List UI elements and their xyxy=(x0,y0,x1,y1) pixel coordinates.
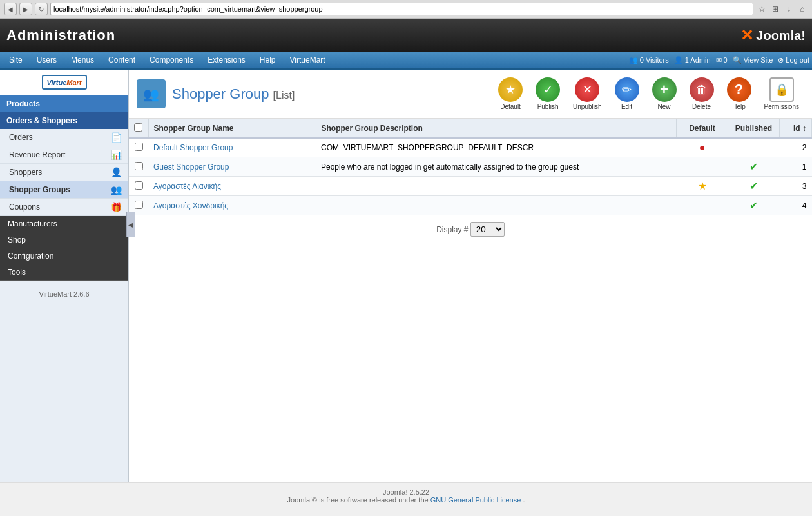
row-4-checkbox[interactable] xyxy=(135,201,143,209)
publish-button[interactable]: ✓ Publish xyxy=(530,75,565,113)
row-4-name-link[interactable]: Αγοραστές Χονδρικής xyxy=(153,201,228,210)
new-icon: + xyxy=(652,77,677,102)
back-button[interactable]: ◀ xyxy=(4,3,17,15)
sidebar-sub-tools[interactable]: Tools xyxy=(0,264,128,281)
new-button[interactable]: + New xyxy=(647,75,682,113)
row-2-checkbox[interactable] xyxy=(135,162,143,170)
license-link[interactable]: GNU General Public License xyxy=(430,496,521,504)
table-row: Αγοραστές Λιανικής ★ ✔ 3 xyxy=(129,177,812,196)
row-3-name-link[interactable]: Αγοραστές Λιανικής xyxy=(153,182,221,191)
sidebar-section-orders[interactable]: Orders & Shoppers xyxy=(0,112,128,129)
nav-extensions[interactable]: Extensions xyxy=(201,52,252,68)
sidebar-item-coupons[interactable]: Coupons 🎁 xyxy=(0,199,128,216)
forward-button[interactable]: ▶ xyxy=(19,3,32,15)
row-1-checkbox[interactable] xyxy=(135,143,143,151)
shoppers-icon: 👤 xyxy=(111,167,122,177)
row-1-name: Default Shopper Group xyxy=(148,138,316,157)
revenue-icon: 📊 xyxy=(111,150,122,160)
publish-label: Publish xyxy=(537,103,559,110)
admin-title: Administration xyxy=(6,27,115,44)
row-4-name: Αγοραστές Χονδρικής xyxy=(148,196,316,215)
sidebar-item-shoppers[interactable]: Shoppers 👤 xyxy=(0,164,128,181)
row-4-id: 4 xyxy=(780,196,812,215)
nav-right-area: 👥 0 Visitors 👤 1 Admin ✉ 0 🔍 View Site ⊗… xyxy=(629,56,809,64)
new-label: New xyxy=(658,103,671,110)
row-2-name: Guest Shopper Group xyxy=(148,157,316,177)
row-3-published-icon: ✔ xyxy=(749,181,758,192)
messages-info[interactable]: ✉ 0 xyxy=(716,56,728,64)
nav-virtuemart[interactable]: VirtueMart xyxy=(284,52,332,68)
row-1-name-link[interactable]: Default Shopper Group xyxy=(153,143,233,152)
sidebar-item-shopper-groups[interactable]: Shopper Groups 👥 xyxy=(0,181,128,199)
history-icon[interactable]: ⊞ xyxy=(769,3,781,15)
nav-components[interactable]: Components xyxy=(143,52,200,68)
row-4-published: ✔ xyxy=(728,196,780,215)
orders-label: Orders xyxy=(9,133,33,142)
default-button[interactable]: ★ Default xyxy=(493,75,528,113)
sidebar-sub-shop[interactable]: Shop xyxy=(0,232,128,248)
download-icon[interactable]: ↓ xyxy=(783,3,795,15)
content-area: 👥 Shopper Group [List] ★ Default ✓ Publi… xyxy=(129,70,812,482)
nav-users[interactable]: Users xyxy=(30,52,63,68)
nav-menus[interactable]: Menus xyxy=(64,52,101,68)
license-end: . xyxy=(523,496,525,504)
permissions-button[interactable]: 🔒 Permissions xyxy=(759,75,804,113)
sidebar-section-products[interactable]: Products xyxy=(0,95,128,112)
row-4-description xyxy=(316,196,677,215)
revenue-label: Revenue Report xyxy=(9,150,65,159)
shopper-groups-icon: 👥 xyxy=(111,184,122,195)
nav-site[interactable]: Site xyxy=(3,52,29,68)
edit-icon: ✏ xyxy=(615,77,639,102)
row-checkbox-3 xyxy=(129,177,148,196)
unpublish-button[interactable]: ✕ Unpublish xyxy=(568,75,606,113)
nav-menu: Site Users Menus Content Components Exte… xyxy=(0,52,812,70)
select-all-checkbox[interactable] xyxy=(134,123,142,132)
page-title-text: Shopper Group xyxy=(172,86,269,102)
sidebar-item-revenue[interactable]: Revenue Report 📊 xyxy=(0,146,128,164)
url-bar[interactable] xyxy=(50,3,753,15)
coupons-icon: 🎁 xyxy=(111,202,122,212)
row-3-name: Αγοραστές Λιανικής xyxy=(148,177,316,196)
col-header-checkbox xyxy=(129,119,148,138)
display-control: Display # 20 5 10 15 25 30 50 100 All xyxy=(129,215,812,243)
nav-help[interactable]: Help xyxy=(253,52,282,68)
col-header-published: Published xyxy=(728,119,780,138)
admin-label: 1 Admin xyxy=(685,56,711,64)
visitors-info[interactable]: 👥 0 Visitors xyxy=(629,56,669,64)
col-header-id[interactable]: Id ↕ xyxy=(780,119,812,138)
license-info: Joomla!© is free software released under… xyxy=(5,496,807,504)
nav-content[interactable]: Content xyxy=(102,52,142,68)
sidebar-item-orders[interactable]: Orders 📄 xyxy=(0,129,128,146)
row-2-name-link[interactable]: Guest Shopper Group xyxy=(153,163,229,172)
orders-icon: 📄 xyxy=(111,132,122,143)
help-button[interactable]: ? Help xyxy=(722,75,757,113)
logout-icon: ⊗ xyxy=(778,56,784,64)
logout-link[interactable]: ⊗ Log out xyxy=(778,56,809,64)
refresh-button[interactable]: ↻ xyxy=(35,3,48,15)
delete-button[interactable]: 🗑 Delete xyxy=(684,75,719,113)
row-4-default xyxy=(677,196,728,215)
row-3-default-icon: ★ xyxy=(698,181,707,192)
display-select[interactable]: 20 5 10 15 25 30 50 100 All xyxy=(470,222,505,237)
page-icon: 👥 xyxy=(137,79,166,108)
permissions-label: Permissions xyxy=(764,103,799,110)
table-row: Default Shopper Group COM_VIRTUEMART_SHO… xyxy=(129,138,812,157)
admin-info[interactable]: 👤 1 Admin xyxy=(674,56,711,64)
visitors-label: 0 Visitors xyxy=(640,56,669,64)
row-3-checkbox[interactable] xyxy=(135,181,143,190)
page-subtitle: [List] xyxy=(273,90,295,101)
sidebar-sub-manufacturers[interactable]: Manufacturers xyxy=(0,216,128,232)
sidebar: VirtueMart Products Orders & Shoppers Or… xyxy=(0,70,129,482)
bookmark-icon[interactable]: ☆ xyxy=(756,3,768,15)
row-3-default: ★ xyxy=(677,177,728,196)
edit-button[interactable]: ✏ Edit xyxy=(610,75,644,113)
sidebar-toggle[interactable]: ◀ xyxy=(126,212,135,237)
sidebar-logo: VirtueMart xyxy=(0,70,128,95)
publish-icon: ✓ xyxy=(536,77,560,102)
sidebar-sub-configuration[interactable]: Configuration xyxy=(0,248,128,264)
row-1-description: COM_VIRTUEMART_SHOPPERGROUP_DEFAULT_DESC… xyxy=(316,138,677,157)
view-site-link[interactable]: 🔍 View Site xyxy=(733,56,773,64)
col-header-name[interactable]: Shopper Group Name xyxy=(148,119,316,138)
home-icon[interactable]: ⌂ xyxy=(797,3,808,15)
coupons-label: Coupons xyxy=(9,203,40,212)
